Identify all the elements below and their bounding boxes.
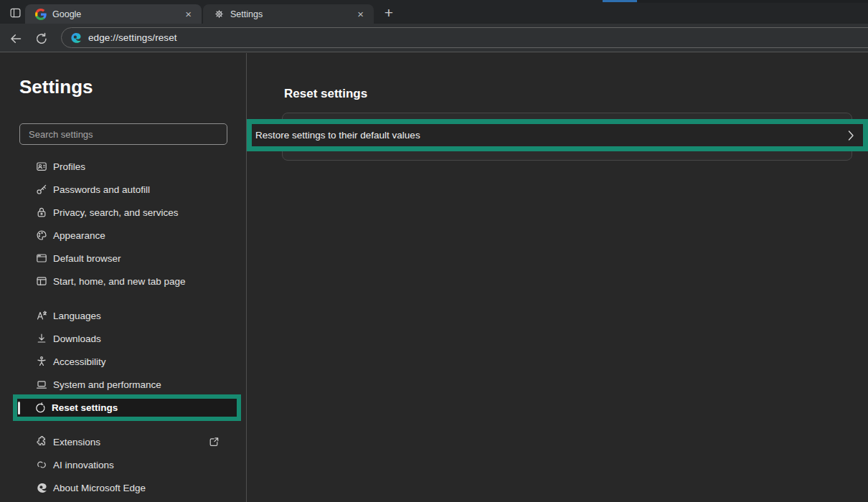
sidebar-item-label: Downloads bbox=[53, 333, 101, 344]
palette-icon bbox=[36, 229, 47, 241]
sidebar-item-profiles[interactable]: Profiles bbox=[0, 155, 247, 178]
new-tab-button[interactable]: + bbox=[379, 4, 398, 22]
restore-defaults-label: Restore settings to their default values bbox=[252, 130, 420, 141]
edge-logo-gray-icon bbox=[36, 482, 47, 493]
sidebar-group-3: Extensions AI innovations About Microsof… bbox=[0, 430, 247, 499]
tab-settings[interactable]: Settings × bbox=[203, 4, 374, 24]
accessibility-icon bbox=[36, 356, 47, 367]
tab-bar: Google × Settings × + bbox=[0, 0, 868, 24]
download-icon bbox=[36, 333, 47, 344]
selected-indicator bbox=[18, 402, 20, 415]
gear-icon bbox=[213, 9, 225, 20]
laptop-icon bbox=[36, 379, 47, 390]
sidebar-item-label: AI innovations bbox=[53, 460, 114, 470]
languages-icon bbox=[36, 310, 47, 321]
key-icon bbox=[36, 184, 47, 195]
sidebar-item-appearance[interactable]: Appearance bbox=[0, 224, 247, 247]
sidebar-item-accessibility[interactable]: Accessibility bbox=[0, 350, 247, 373]
sidebar-item-reset-settings-highlight[interactable]: Reset settings bbox=[13, 394, 241, 421]
tab-actions-menu-button[interactable] bbox=[7, 5, 23, 21]
sidebar-item-label: Accessibility bbox=[53, 356, 106, 367]
settings-page: Settings Profiles Passwords and autofill… bbox=[0, 53, 868, 502]
url-text: edge://settings/reset bbox=[88, 32, 177, 43]
sidebar-item-system-performance[interactable]: System and performance bbox=[0, 373, 247, 396]
sidebar-item-default-browser[interactable]: Default browser bbox=[0, 247, 247, 270]
settings-content: Reset settings Restore settings to their… bbox=[247, 53, 868, 502]
edge-logo-icon bbox=[70, 32, 82, 44]
restore-defaults-row-highlight[interactable]: Restore settings to their default values bbox=[247, 119, 868, 151]
sidebar-title: Settings bbox=[19, 76, 93, 98]
browser-toolbar: edge://settings/reset bbox=[0, 24, 868, 52]
reset-icon bbox=[34, 402, 46, 414]
tab-title: Settings bbox=[230, 9, 354, 19]
sidebar-item-label: Profiles bbox=[53, 161, 85, 172]
puzzle-icon bbox=[36, 436, 47, 447]
sidebar-item-label: Passwords and autofill bbox=[53, 184, 150, 195]
tab-title: Google bbox=[52, 9, 182, 19]
refresh-button[interactable] bbox=[33, 30, 50, 47]
sidebar-group-2: Languages Downloads Accessibility System… bbox=[0, 304, 247, 396]
sidebar-item-label: System and performance bbox=[53, 379, 161, 390]
sidebar-item-label: Appearance bbox=[53, 230, 105, 241]
sidebar-item-label: Extensions bbox=[53, 437, 100, 447]
top-edge-dark-strip bbox=[637, 0, 868, 3]
sidebar-item-label: Privacy, search, and services bbox=[53, 207, 179, 218]
sidebar-group-1: Profiles Passwords and autofill Privacy,… bbox=[0, 155, 247, 293]
sidebar-item-downloads[interactable]: Downloads bbox=[0, 327, 247, 350]
google-favicon-icon bbox=[35, 9, 47, 20]
external-link-icon bbox=[208, 436, 220, 447]
sidebar-item-label: Default browser bbox=[53, 253, 121, 264]
back-button[interactable] bbox=[7, 30, 24, 47]
sidebar-item-label: About Microsoft Edge bbox=[53, 483, 146, 493]
browser-window-icon bbox=[36, 252, 47, 264]
sidebar-item-ai-innovations[interactable]: AI innovations bbox=[0, 453, 247, 476]
lock-icon bbox=[36, 207, 47, 218]
sidebar-item-about-edge[interactable]: About Microsoft Edge bbox=[0, 476, 247, 499]
sidebar-item-privacy[interactable]: Privacy, search, and services bbox=[0, 201, 247, 224]
address-bar[interactable]: edge://settings/reset bbox=[61, 27, 868, 48]
tab-layout-icon bbox=[9, 7, 22, 19]
search-settings-input[interactable] bbox=[19, 123, 227, 145]
profiles-icon bbox=[36, 161, 47, 172]
sidebar-item-start-home-newtab[interactable]: Start, home, and new tab page bbox=[0, 270, 247, 293]
tab-close-icon[interactable]: × bbox=[182, 9, 194, 19]
sidebar-item-extensions[interactable]: Extensions bbox=[0, 430, 247, 453]
sidebar-item-label: Languages bbox=[53, 311, 101, 321]
new-tab-layout-icon bbox=[36, 275, 47, 287]
top-edge-blue-strip bbox=[603, 0, 637, 2]
ai-innovations-icon bbox=[36, 459, 47, 470]
tab-google[interactable]: Google × bbox=[25, 4, 202, 24]
chevron-right-icon bbox=[848, 130, 854, 141]
settings-sidebar: Settings Profiles Passwords and autofill… bbox=[0, 53, 247, 502]
sidebar-item-label: Start, home, and new tab page bbox=[53, 276, 186, 287]
sidebar-item-label: Reset settings bbox=[52, 402, 118, 413]
page-title: Reset settings bbox=[284, 87, 367, 101]
sidebar-item-languages[interactable]: Languages bbox=[0, 304, 247, 327]
sidebar-item-passwords[interactable]: Passwords and autofill bbox=[0, 178, 247, 201]
tab-close-icon[interactable]: × bbox=[354, 9, 367, 19]
